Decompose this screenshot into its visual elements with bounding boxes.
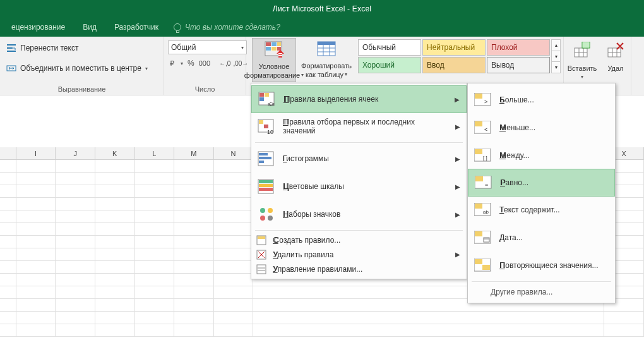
submenu-more-label: Другие правила... bbox=[491, 288, 552, 296]
svg-rect-63 bbox=[475, 121, 482, 126]
gallery-more-icon[interactable]: ▾ bbox=[552, 62, 560, 73]
number-format-select[interactable]: Общий ▾ bbox=[168, 40, 247, 54]
submenu-less-than[interactable]: < ММеньше... bbox=[468, 114, 615, 142]
thousands-button[interactable]: 000 bbox=[199, 59, 210, 67]
chevron-down-icon: ▾ bbox=[241, 45, 244, 51]
delete-cells-button[interactable]: Удал bbox=[603, 40, 628, 85]
tab-review[interactable]: ецензирование bbox=[3, 18, 74, 37]
svg-rect-6 bbox=[266, 42, 271, 46]
col-header[interactable]: M bbox=[174, 147, 214, 159]
conditional-formatting-button[interactable]: Условное форматирование▾ bbox=[252, 38, 296, 82]
style-neutral[interactable]: Нейтральный bbox=[422, 39, 486, 56]
gallery-down-icon[interactable]: ▾ bbox=[552, 51, 560, 63]
ribbon-tabs: ецензирование Вид Разработчик Что вы хот… bbox=[0, 18, 644, 37]
data-bars-icon bbox=[258, 150, 275, 167]
merge-center-label: Объединить и поместить в центре bbox=[20, 64, 141, 73]
menu-clear-rules[interactable]: УУдалить правила ▶ bbox=[251, 247, 467, 262]
menu-highlight-rules[interactable]: ≤≥ ППравила выделения ячеек ▶ bbox=[251, 85, 467, 113]
highlight-rules-icon: ≤≥ bbox=[258, 90, 276, 108]
svg-text:[ ]: [ ] bbox=[483, 155, 487, 161]
menu-top-bottom-rules[interactable]: 10 ППравила отбора первых и последних зн… bbox=[251, 113, 467, 140]
insert-cells-button[interactable]: Вставить ▾ bbox=[566, 40, 598, 85]
submenu-textcontains-label: Текст содержит... bbox=[499, 205, 559, 214]
new-rule-icon bbox=[256, 235, 266, 245]
submenu-arrow-icon: ▶ bbox=[455, 96, 460, 103]
col-header[interactable]: J bbox=[56, 147, 95, 159]
style-normal[interactable]: Обычный bbox=[358, 39, 421, 56]
submenu-less-label: Меньше... bbox=[500, 123, 535, 132]
wrap-text-label: Перенести текст bbox=[20, 44, 78, 52]
submenu-between-label: Между... bbox=[500, 151, 530, 160]
top-bottom-icon: 10 bbox=[258, 118, 275, 135]
color-scales-icon bbox=[258, 178, 275, 195]
menu-color-scales[interactable]: ЦЦветовые шкалы ▶ bbox=[251, 173, 467, 200]
svg-rect-14 bbox=[278, 55, 282, 56]
style-input[interactable]: Ввод bbox=[422, 57, 486, 73]
menu-clear-label: Удалить правила bbox=[273, 250, 334, 259]
submenu-duplicate-values[interactable]: ППовторяющиеся значения... bbox=[468, 252, 615, 279]
text-contains-icon: ab bbox=[474, 203, 492, 217]
submenu-between[interactable]: [ ] ММежду... bbox=[468, 142, 615, 169]
increase-decimal-button[interactable]: ←,0 bbox=[219, 60, 230, 67]
icon-sets-icon bbox=[258, 205, 275, 223]
cond-label2: форматирование bbox=[244, 71, 300, 79]
cond-label1: Условное bbox=[259, 63, 290, 70]
svg-rect-11 bbox=[277, 47, 281, 51]
menu-highlight-label: Правила выделения ячеек bbox=[285, 95, 379, 104]
conditional-formatting-icon bbox=[264, 40, 284, 60]
tab-view[interactable]: Вид bbox=[74, 18, 105, 37]
svg-text:ab: ab bbox=[483, 209, 489, 215]
submenu-date-occurring[interactable]: ДДата... bbox=[468, 224, 615, 252]
svg-point-50 bbox=[268, 208, 273, 213]
group-number: Общий ▾ ₽ ▾ % 000 ←,0 ,00→ Число bbox=[164, 37, 246, 95]
svg-rect-9 bbox=[266, 47, 271, 51]
menu-data-bars[interactable]: ГГистограммы ▶ bbox=[251, 145, 467, 173]
submenu-date-label: Дата... bbox=[499, 233, 523, 242]
cell-styles-gallery[interactable]: Обычный Нейтральный Плохой Хороший Ввод … bbox=[358, 39, 550, 73]
col-header[interactable]: N bbox=[214, 147, 254, 159]
svg-rect-1 bbox=[7, 47, 13, 49]
merge-center-button[interactable]: Объединить и поместить в центре ▾ bbox=[4, 61, 150, 76]
svg-rect-66 bbox=[475, 149, 482, 154]
svg-rect-10 bbox=[271, 47, 277, 51]
tell-me-search[interactable]: Что вы хотите сделать? bbox=[167, 23, 280, 32]
wrap-text-icon bbox=[6, 43, 16, 53]
col-header[interactable]: L bbox=[135, 147, 175, 159]
svg-rect-2 bbox=[7, 51, 16, 52]
svg-rect-79 bbox=[475, 259, 482, 264]
svg-rect-43 bbox=[259, 157, 271, 159]
percent-button[interactable]: % bbox=[186, 59, 196, 68]
svg-rect-48 bbox=[259, 188, 273, 191]
currency-button[interactable]: ₽ bbox=[168, 58, 178, 68]
menu-manage-rules[interactable]: УУправление правилами... bbox=[251, 262, 467, 276]
menu-icon-sets[interactable]: ННаборы значков ▶ bbox=[251, 200, 467, 228]
svg-rect-34 bbox=[265, 93, 269, 97]
svg-text:10: 10 bbox=[267, 129, 273, 135]
col-header[interactable]: I bbox=[16, 147, 56, 159]
gallery-scroll[interactable]: ▴ ▾ ▾ bbox=[551, 39, 561, 73]
svg-rect-72 bbox=[475, 204, 482, 209]
svg-rect-8 bbox=[277, 42, 281, 46]
rowcol-corner[interactable] bbox=[0, 147, 16, 159]
submenu-arrow-icon: ▶ bbox=[455, 155, 460, 162]
svg-rect-0 bbox=[7, 44, 16, 46]
svg-rect-56 bbox=[257, 265, 266, 274]
col-header[interactable]: K bbox=[95, 147, 135, 159]
style-output[interactable]: Вывод bbox=[487, 57, 550, 73]
submenu-greater-than[interactable]: > ББольше... bbox=[468, 86, 615, 114]
style-good[interactable]: Хороший bbox=[358, 57, 421, 73]
group-alignment-label: Выравнивание bbox=[4, 85, 160, 95]
submenu-more-rules[interactable]: Другие правила... bbox=[468, 284, 615, 300]
submenu-duplicate-label: Повторяющиеся значения... bbox=[500, 261, 599, 270]
format-as-table-button[interactable]: Форматировать как таблицу▾ bbox=[299, 38, 354, 82]
style-bad[interactable]: Плохой bbox=[487, 39, 550, 56]
svg-rect-69 bbox=[475, 176, 483, 181]
submenu-text-contains[interactable]: ab ТТекст содержит... bbox=[468, 196, 615, 224]
insert-label: Вставить bbox=[568, 64, 597, 72]
gallery-up-icon[interactable]: ▴ bbox=[552, 40, 560, 51]
tab-developer[interactable]: Разработчик bbox=[105, 18, 167, 37]
wrap-text-button[interactable]: Перенести текст bbox=[4, 40, 81, 56]
submenu-equal-to[interactable]: = РРавно... bbox=[468, 169, 615, 197]
menu-new-rule[interactable]: ССоздать правило... bbox=[251, 233, 467, 247]
svg-text:<: < bbox=[484, 126, 487, 133]
